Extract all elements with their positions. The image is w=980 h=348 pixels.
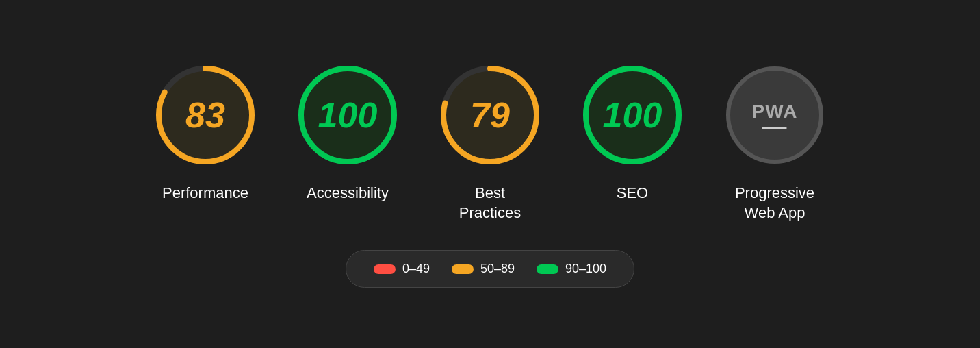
score-item-accessibility: 100 Accessibility bbox=[293, 60, 402, 203]
legend-range-high: 90–100 bbox=[565, 262, 606, 276]
legend-dot-low bbox=[374, 264, 396, 274]
score-circle-seo: 100 bbox=[578, 60, 687, 170]
legend-dot-high bbox=[537, 264, 558, 274]
score-value-accessibility: 100 bbox=[318, 95, 378, 136]
scores-row: 83 Performance 100 Accessibility 79 Best… bbox=[151, 60, 829, 223]
score-label-pwa: ProgressiveWeb App bbox=[735, 184, 814, 223]
score-item-pwa: PWA ProgressiveWeb App bbox=[720, 60, 829, 223]
legend-item-medium: 50–89 bbox=[452, 262, 515, 276]
pwa-text: PWA bbox=[752, 101, 798, 123]
pwa-icon: PWA bbox=[752, 101, 798, 129]
score-label-seo: SEO bbox=[617, 184, 648, 203]
main-container: 83 Performance 100 Accessibility 79 Best… bbox=[151, 60, 829, 288]
score-circle-pwa: PWA bbox=[720, 60, 829, 170]
score-label-best-practices: BestPractices bbox=[459, 184, 521, 223]
score-item-best-practices: 79 BestPractices bbox=[435, 60, 545, 223]
legend-item-low: 0–49 bbox=[374, 262, 430, 276]
score-circle-performance: 83 bbox=[151, 60, 260, 170]
score-item-seo: 100 SEO bbox=[578, 60, 687, 203]
legend-item-high: 90–100 bbox=[537, 262, 606, 276]
score-value-seo: 100 bbox=[603, 95, 662, 136]
score-item-performance: 83 Performance bbox=[151, 60, 260, 203]
score-label-accessibility: Accessibility bbox=[307, 184, 389, 203]
score-value-best-practices: 79 bbox=[470, 95, 510, 136]
pwa-dash bbox=[762, 127, 787, 129]
score-label-performance: Performance bbox=[162, 184, 248, 203]
score-circle-best-practices: 79 bbox=[435, 60, 545, 170]
legend-range-medium: 50–89 bbox=[480, 262, 515, 276]
legend-dot-medium bbox=[452, 264, 474, 274]
score-value-performance: 83 bbox=[185, 95, 225, 136]
score-circle-accessibility: 100 bbox=[293, 60, 402, 170]
legend-box: 0–4950–8990–100 bbox=[346, 250, 634, 288]
legend-range-low: 0–49 bbox=[402, 262, 430, 276]
